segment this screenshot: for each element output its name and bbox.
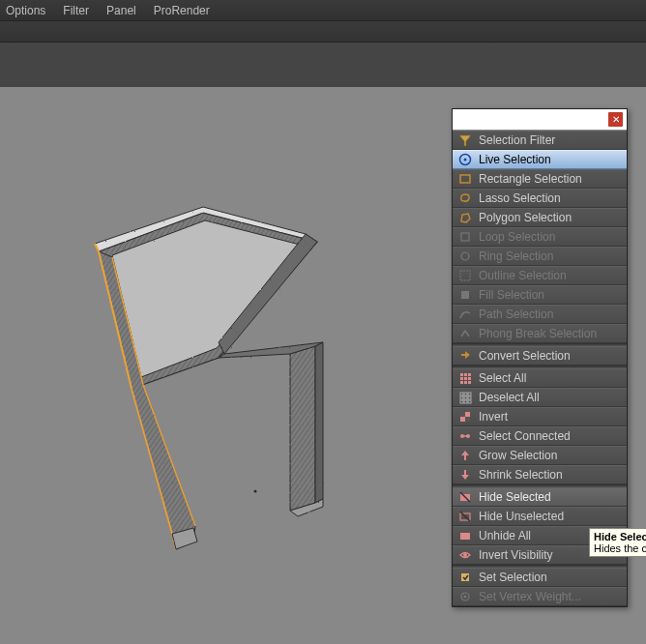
svg-marker-17 — [461, 214, 470, 222]
svg-point-12 — [254, 490, 257, 493]
svg-rect-29 — [464, 381, 467, 384]
menu-item-label: Outline Selection — [479, 269, 567, 282]
menu-item-shrink-selection[interactable]: Shrink Selection — [453, 465, 627, 484]
svg-rect-34 — [460, 396, 463, 399]
panel-titlebar[interactable]: ✕ — [453, 109, 627, 131]
invert-icon — [457, 409, 473, 424]
poly-icon — [457, 210, 473, 225]
menu-filter[interactable]: Filter — [63, 4, 89, 17]
menu-item-set-selection[interactable]: Set Selection — [453, 568, 627, 587]
shrink-icon — [457, 467, 473, 483]
svg-marker-8 — [290, 346, 315, 511]
grid0-icon — [457, 390, 473, 405]
svg-rect-18 — [461, 233, 469, 241]
svg-rect-37 — [460, 400, 463, 403]
menu-item-label: Loop Selection — [479, 230, 555, 244]
toolbar-strip — [0, 21, 646, 43]
filter-icon — [457, 132, 473, 148]
menu-item-live-selection[interactable]: Live Selection — [453, 150, 627, 169]
svg-rect-38 — [464, 400, 467, 403]
loop-icon — [457, 229, 473, 245]
invvis-icon — [457, 547, 473, 563]
menu-item-outline-selection: Outline Selection — [453, 266, 627, 285]
hide-icon — [457, 489, 473, 505]
grow-icon — [457, 448, 473, 463]
phong-icon — [457, 326, 473, 341]
main-menubar[interactable]: Options Filter Panel ProRender — [0, 0, 646, 21]
svg-rect-28 — [460, 381, 463, 384]
menu-item-loop-selection: Loop Selection — [453, 227, 627, 247]
menu-item-deselect-all[interactable]: Deselect All — [453, 388, 627, 407]
menu-item-lasso-selection[interactable]: Lasso Selection — [453, 189, 627, 208]
connected-icon — [457, 428, 473, 444]
menu-options[interactable]: Options — [6, 4, 45, 17]
rect-icon — [457, 171, 473, 187]
svg-marker-9 — [315, 342, 323, 503]
svg-rect-41 — [460, 412, 465, 417]
menu-item-label: Set Selection — [479, 571, 547, 584]
close-icon[interactable]: ✕ — [608, 112, 623, 127]
menu-item-label: Unhide All — [479, 529, 531, 542]
menu-item-label: Invert Visibility — [479, 548, 552, 562]
lasso-icon — [457, 190, 473, 206]
svg-rect-31 — [460, 393, 463, 395]
menu-item-label: Shrink Selection — [479, 468, 563, 482]
menu-item-set-vertex-weight: Set Vertex Weight... — [453, 587, 627, 606]
menu-item-label: Set Vertex Weight... — [479, 590, 581, 603]
menu-item-label: Hide Unselected — [479, 510, 564, 523]
menu-item-path-selection: Path Selection — [453, 305, 627, 324]
menu-item-label: Grow Selection — [479, 449, 557, 462]
menu-item-hide-selected[interactable]: Hide Selected — [453, 487, 627, 507]
svg-point-51 — [463, 553, 467, 557]
menu-item-select-connected[interactable]: Select Connected — [453, 426, 627, 446]
svg-point-15 — [464, 159, 467, 161]
svg-point-54 — [464, 596, 467, 599]
menu-item-label: Polygon Selection — [479, 211, 572, 224]
menu-item-ring-selection: Ring Selection — [453, 247, 627, 266]
ring-icon — [457, 249, 473, 264]
menu-item-convert-selection[interactable]: Convert Selection — [453, 346, 627, 366]
menu-item-label: Convert Selection — [479, 349, 571, 363]
svg-rect-23 — [464, 373, 467, 376]
outline-icon — [457, 268, 473, 283]
menu-item-phong-break-selection: Phong Break Selection — [453, 324, 627, 343]
menu-item-label: Select All — [479, 371, 526, 385]
menu-item-hide-unselected[interactable]: Hide Unselected — [453, 507, 627, 526]
menu-item-polygon-selection[interactable]: Polygon Selection — [453, 208, 627, 227]
svg-marker-13 — [459, 135, 471, 146]
weight-icon — [457, 589, 473, 604]
menu-item-label: Deselect All — [479, 391, 540, 404]
tooltip-hide-selected: Hide Selecte Hides the cu — [589, 528, 646, 557]
menu-item-label: Rectangle Selection — [479, 172, 582, 186]
svg-rect-32 — [464, 393, 467, 395]
menu-item-label: Lasso Selection — [479, 191, 561, 205]
unhide-icon — [457, 528, 473, 543]
svg-rect-33 — [468, 393, 471, 395]
menu-item-fill-selection: Fill Selection — [453, 285, 627, 305]
svg-rect-24 — [468, 373, 471, 376]
menu-item-label: Hide Selected — [479, 490, 551, 504]
svg-rect-42 — [465, 417, 470, 422]
svg-rect-16 — [460, 175, 470, 183]
menu-item-selection-filter[interactable]: Selection Filter — [453, 131, 627, 150]
convert-icon — [457, 348, 473, 364]
menu-item-label: Path Selection — [479, 307, 553, 321]
menu-prorender[interactable]: ProRender — [154, 4, 210, 17]
svg-rect-27 — [468, 377, 471, 380]
circle-icon — [457, 152, 473, 167]
svg-rect-35 — [464, 396, 467, 399]
svg-point-19 — [461, 252, 469, 260]
menu-item-grow-selection[interactable]: Grow Selection — [453, 446, 627, 465]
path-icon — [457, 307, 473, 322]
svg-rect-22 — [460, 373, 463, 376]
menu-item-label: Live Selection — [479, 153, 551, 166]
menu-item-invert[interactable]: Invert — [453, 407, 627, 426]
menu-item-rectangle-selection[interactable]: Rectangle Selection — [453, 169, 627, 189]
menu-panel[interactable]: Panel — [106, 4, 136, 17]
svg-rect-25 — [460, 377, 463, 380]
svg-rect-26 — [464, 377, 467, 380]
menu-item-label: Phong Break Selection — [479, 327, 597, 340]
menu-item-label: Invert — [479, 410, 508, 424]
menu-item-select-all[interactable]: Select All — [453, 368, 627, 388]
grid9-icon — [457, 370, 473, 386]
